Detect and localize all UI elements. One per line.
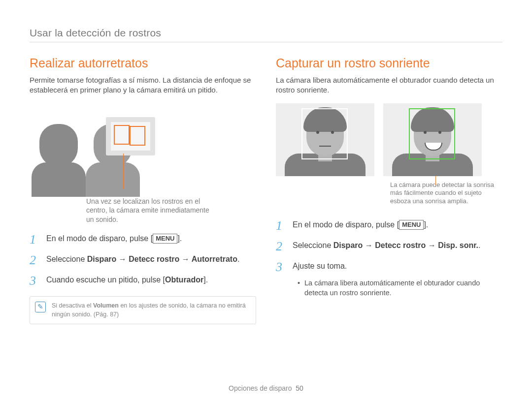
- right-column: Capturar un rostro sonriente La cámara l…: [276, 56, 502, 324]
- note-text-bold: Volumen: [93, 302, 119, 309]
- right-intro: La cámara libera automáticamente el obtu…: [276, 75, 502, 95]
- callout-line-icon: [123, 154, 124, 189]
- breadcrumb-header: Usar la detección de rostros: [30, 27, 502, 42]
- step-number: 3: [276, 261, 293, 274]
- selfie-illustration: Una vez se localizan los rostros en el c…: [30, 103, 256, 225]
- step-1: 1 En el modo de disparo, pulse [MENU].: [276, 219, 502, 232]
- step-text: Ajuste su toma.: [293, 261, 347, 272]
- right-title: Capturar un rostro sonriente: [276, 56, 502, 70]
- step-text: En el modo de disparo, pulse [: [46, 234, 153, 243]
- face-panels: [276, 103, 502, 176]
- right-steps: 1 En el modo de disparo, pulse [MENU]. 2…: [276, 219, 502, 274]
- step-text: Seleccione: [46, 255, 87, 263]
- note-text: Si desactiva el: [52, 302, 93, 309]
- face-detect-box-green-icon: [409, 108, 455, 159]
- face-panel-neutral: [276, 103, 374, 176]
- step-text-bold: Disparo → Detecc rostro → Autorretrato: [87, 255, 237, 263]
- face-panel-smile: [383, 103, 482, 176]
- step-text: ].: [424, 220, 428, 229]
- step-3-bullet: La cámara libera automáticamente el obtu…: [298, 278, 502, 298]
- face-detect-box-white-icon: [301, 108, 348, 159]
- step-1: 1 En el modo de disparo, pulse [MENU].: [30, 233, 256, 246]
- face-detect-box-icon: [130, 126, 145, 146]
- step-text-bold: Obturador: [165, 276, 203, 284]
- callout-line-icon: [435, 176, 436, 185]
- left-column: Realizar autorretratos Permite tomarse f…: [30, 56, 256, 324]
- note-icon: ✎: [35, 302, 46, 312]
- left-intro: Permite tomarse fotografías a sí mismo. …: [30, 75, 256, 95]
- step-text: ].: [177, 234, 182, 243]
- selfie-callout: Una vez se localizan los rostros en el c…: [86, 197, 209, 225]
- step-2: 2 Seleccione Disparo → Detecc rostro → D…: [276, 240, 502, 253]
- step-number: 2: [30, 254, 46, 267]
- menu-button-icon: MENU: [399, 220, 424, 230]
- step-3: 3 Cuando escuche un pitido, pulse [Obtur…: [30, 275, 256, 287]
- step-number: 3: [30, 275, 46, 287]
- left-steps: 1 En el modo de disparo, pulse [MENU]. 2…: [30, 233, 256, 287]
- step-2: 2 Seleccione Disparo → Detecc rostro → A…: [30, 254, 256, 267]
- step-3: 3 Ajuste su toma.: [276, 261, 502, 274]
- page-number: 50: [296, 384, 303, 392]
- menu-button-icon: MENU: [153, 234, 177, 244]
- camera-icon: [106, 117, 155, 155]
- step-text: En el modo de disparo, pulse [: [293, 220, 399, 229]
- step-text: ].: [203, 276, 208, 284]
- step-text: Cuando escuche un pitido, pulse [: [46, 276, 165, 284]
- step-number: 1: [276, 219, 293, 232]
- step-text: .: [478, 241, 480, 249]
- left-title: Realizar autorretratos: [30, 56, 256, 70]
- step-text: Seleccione: [293, 241, 333, 249]
- footer-section: Opciones de disparo: [229, 384, 292, 392]
- note-box: ✎ Si desactiva el Volumen en los ajustes…: [30, 296, 256, 324]
- page-footer: Opciones de disparo 50: [0, 384, 532, 392]
- step-number: 2: [276, 240, 293, 253]
- smile-callout: La cámara puede detectar la sonrisa más …: [390, 181, 502, 206]
- step-number: 1: [30, 233, 46, 246]
- step-text: .: [237, 255, 239, 263]
- face-detect-box-icon: [114, 125, 130, 145]
- step-text-bold: Disparo → Detecc rostro → Disp. sonr.: [333, 241, 478, 249]
